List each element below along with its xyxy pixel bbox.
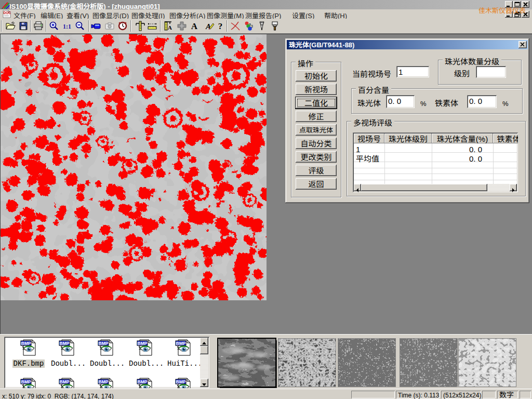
svg-text:BMP: BMP — [21, 341, 31, 346]
svg-text:A: A — [168, 24, 172, 31]
svg-text:BMP: BMP — [138, 341, 148, 346]
svg-text:A: A — [205, 22, 211, 31]
svg-text:BMP: BMP — [60, 379, 70, 384]
svg-text:1:1: 1:1 — [63, 23, 71, 30]
svg-text:BMP: BMP — [138, 379, 148, 384]
svg-text:BMP: BMP — [176, 379, 186, 384]
svg-text:?: ? — [218, 21, 223, 31]
svg-text:BMP: BMP — [99, 341, 109, 346]
svg-text:BMP: BMP — [21, 379, 31, 384]
svg-text:A: A — [191, 21, 198, 31]
svg-text:BMP: BMP — [99, 379, 109, 384]
svg-text:DOC: DOC — [4, 11, 11, 15]
svg-text:BMP: BMP — [176, 341, 186, 346]
svg-text:BMP: BMP — [60, 341, 70, 346]
